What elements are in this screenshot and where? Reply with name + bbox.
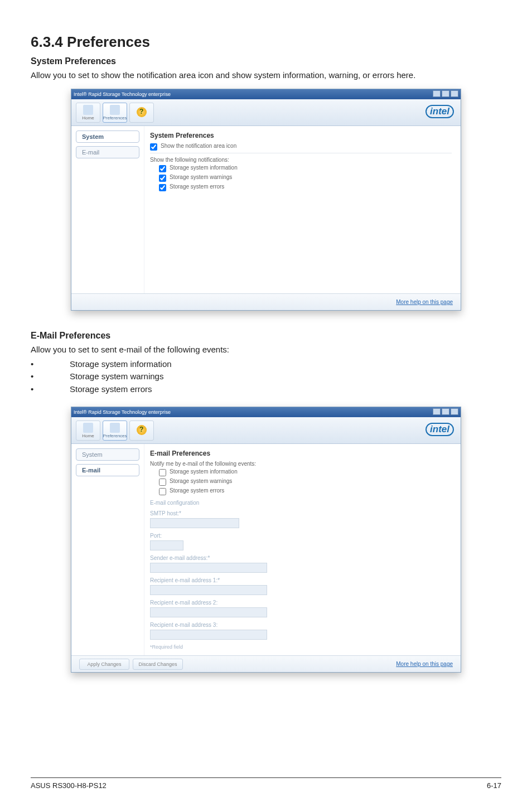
sender-label: Sender e-mail address:* [150, 555, 452, 561]
chk-warn-label: Storage system warnings [170, 478, 232, 484]
help-icon [137, 107, 147, 117]
minimize-icon[interactable] [433, 408, 441, 415]
recipient3-input[interactable] [150, 630, 267, 640]
footer-right: 6-17 [487, 781, 501, 790]
system-pref-window: Intel® Rapid Storage Technology enterpri… [71, 89, 461, 311]
page-footer: ASUS RS300-H8-PS12 6-17 [31, 777, 501, 790]
chk-warn-label: Storage system warnings [170, 174, 232, 180]
window-title: Intel® Rapid Storage Technology enterpri… [74, 89, 171, 99]
footer-left: ASUS RS300-H8-PS12 [31, 781, 107, 790]
titlebar: Intel® Rapid Storage Technology enterpri… [71, 89, 461, 99]
window-title: Intel® Rapid Storage Technology enterpri… [74, 407, 171, 417]
preferences-button-label: Preferences [103, 433, 127, 438]
minimize-icon[interactable] [433, 90, 441, 97]
gear-icon [110, 105, 120, 115]
section2-title: E-Mail Preferences [31, 331, 501, 341]
chk-err[interactable] [159, 184, 166, 191]
sidebar: System E-mail [71, 444, 144, 655]
home-icon [83, 423, 93, 433]
port-label: Port: [150, 533, 452, 539]
bullet-item: Storage system errors [31, 383, 501, 396]
chk-err[interactable] [159, 488, 166, 495]
close-icon[interactable] [451, 408, 458, 415]
more-help-link[interactable]: More help on this page [396, 661, 453, 667]
home-button[interactable]: Home [76, 103, 100, 123]
config-section-label: E-mail configuration [150, 500, 452, 506]
divider [150, 153, 452, 153]
smtp-label: SMTP host:* [150, 510, 452, 516]
home-button-label: Home [82, 433, 94, 438]
tab-email[interactable]: E-mail [76, 146, 139, 158]
recipient1-input[interactable] [150, 585, 267, 595]
chk-info[interactable] [159, 469, 166, 476]
gear-icon [110, 423, 120, 433]
sender-input[interactable] [150, 563, 267, 573]
toolbar: Home Preferences intel [71, 99, 461, 126]
chk-warn[interactable] [159, 175, 166, 182]
chk-err-label: Storage system errors [170, 487, 224, 494]
page-heading: 6.3.4 Preferences [31, 33, 501, 51]
chk-info[interactable] [159, 165, 166, 172]
email-pref-window: Intel® Rapid Storage Technology enterpri… [71, 407, 461, 673]
apply-button[interactable]: Apply Changes [79, 659, 129, 670]
smtp-input[interactable] [150, 518, 239, 528]
tab-system[interactable]: System [76, 448, 139, 461]
chk-show-icon[interactable] [150, 143, 157, 151]
bullet-item: Storage system warnings [31, 370, 501, 383]
maximize-icon[interactable] [442, 408, 449, 415]
more-help-link[interactable]: More help on this page [396, 299, 453, 305]
r3-label: Recipient e-mail address 3: [150, 622, 452, 628]
chk-info-label: Storage system information [170, 468, 238, 475]
home-button[interactable]: Home [76, 421, 100, 441]
r2-label: Recipient e-mail address 2: [150, 600, 452, 606]
maximize-icon[interactable] [442, 90, 449, 97]
bullet-item: Storage system information [31, 358, 501, 371]
close-icon[interactable] [451, 90, 458, 97]
chk-warn[interactable] [159, 479, 166, 486]
intel-logo: intel [425, 105, 454, 118]
titlebar: Intel® Rapid Storage Technology enterpri… [71, 407, 461, 417]
content-title: System Preferences [150, 132, 452, 139]
section2-desc: Allow you to set to sent e-mail of the f… [31, 344, 501, 355]
section1-desc: Allow you to set to show the notificatio… [31, 70, 501, 81]
chk-info-label: Storage system information [170, 165, 238, 171]
help-button[interactable] [129, 421, 154, 441]
notify-group-label: Show the following notifications: [150, 157, 452, 163]
recipient2-input[interactable] [150, 607, 267, 617]
help-icon [137, 425, 147, 435]
required-note: *Required field [150, 644, 452, 650]
r1-label: Recipient e-mail address 1:* [150, 577, 452, 583]
chk-show-icon-label: Show the notification area icon [161, 143, 236, 149]
preferences-button[interactable]: Preferences [103, 103, 127, 123]
footer-bar: More help on this page [71, 293, 461, 310]
content-title: E-mail Preferences [150, 450, 452, 457]
section1-title: System Preferences [31, 56, 501, 66]
toolbar: Home Preferences intel [71, 417, 461, 444]
port-input[interactable] [150, 540, 183, 550]
footer-bar: Apply Changes Discard Changes More help … [71, 655, 461, 672]
discard-button[interactable]: Discard Changes [133, 659, 183, 670]
sidebar: System E-mail [71, 126, 144, 293]
preferences-button-label: Preferences [103, 115, 127, 120]
tab-system[interactable]: System [76, 131, 139, 143]
help-button[interactable] [129, 103, 154, 123]
notify-label: Notify me by e-mail of the following eve… [150, 461, 452, 467]
home-icon [83, 105, 93, 115]
intel-logo: intel [425, 423, 454, 436]
home-button-label: Home [82, 115, 94, 120]
tab-email[interactable]: E-mail [76, 464, 139, 476]
preferences-button[interactable]: Preferences [103, 421, 127, 441]
chk-err-label: Storage system errors [170, 183, 224, 190]
